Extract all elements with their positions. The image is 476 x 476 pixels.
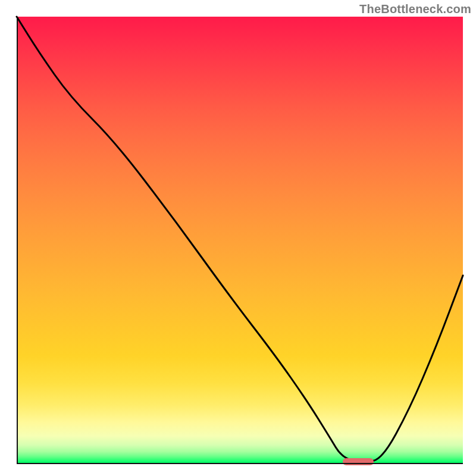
y-axis — [17, 17, 18, 463]
x-axis — [17, 463, 463, 464]
bottleneck-curve — [17, 17, 463, 463]
watermark-text: TheBottleneck.com — [359, 2, 471, 16]
chart-container: TheBottleneck.com — [0, 0, 476, 476]
optimum-marker — [343, 458, 374, 465]
